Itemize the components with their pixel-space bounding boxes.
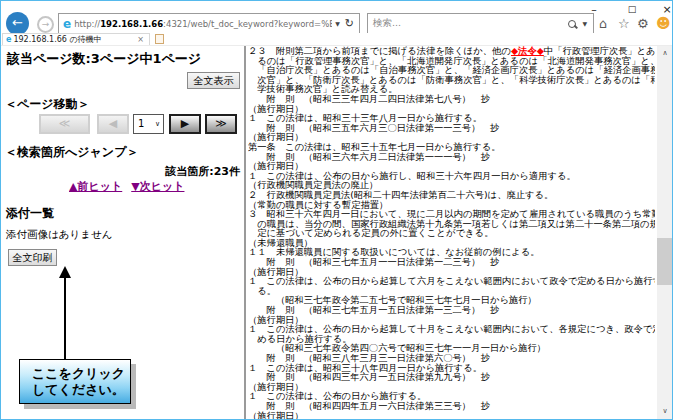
document-line: １ この法律は、公布の日から起算して六月をこえない範囲内において政令で定める日か… [248,276,655,286]
panel-divider [244,46,246,419]
document-text: ２３ 附則第二項から前項までに掲げる法律を除くほか、他の◆法令◆中「行政管理庁次… [248,46,655,419]
url-text: http://192.168.1.66:4321/web/t_doc_keywo… [74,19,332,29]
refresh-icon[interactable]: ↻ [343,17,359,30]
back-button[interactable]: ← [6,12,29,35]
first-page-button[interactable]: ≪ [39,114,90,134]
search-dropdown-icon[interactable]: ▼ [582,20,587,27]
gear-icon[interactable]: ⚙ [637,16,649,31]
browser-tab[interactable]: e 192.168.1.66 の待機中 × [2,33,150,45]
scroll-up-icon[interactable]: ∧ [657,46,672,61]
browser-window: – □ × ← → e http://192.168.1.66:4321/web… [0,0,673,420]
page-count-label: 該当ページ数:3ページ中1ページ [7,50,201,68]
url-rest: :4321/web/t_doc_keyword?keyword=%E6%B3%9… [163,19,332,29]
attachments-heading: 添付一覧 [6,205,54,222]
next-hit-link[interactable]: ▼次ヒット [131,180,184,193]
tab-close-icon[interactable]: × [137,35,144,44]
document-line: 附 則 （昭和四四年五月一六日法律第三三号） 抄 [248,401,655,411]
url-prefix: http:// [74,19,100,29]
document-line: 附 則 （昭和三七年五月一一日法律第一二三号） 抄 [248,257,655,267]
prev-hit-link[interactable]: ▲前ヒット [69,180,122,193]
last-page-button[interactable]: ≫ [205,114,237,134]
hit-links: ▲前ヒット▼次ヒット [69,179,193,194]
jump-heading: ＜検索箇所へジャンプ＞ [5,144,138,161]
new-tab-button[interactable] [155,34,164,44]
callout-line1: ここをクリック [32,366,130,382]
attachments-empty-label: 添付画像はありません [6,228,112,242]
ie-tab-icon: e [6,35,11,44]
document-line: （施行期日） [248,411,655,419]
callout-arrow-line [64,277,66,359]
document-line: 附 則 （昭和三六年六月二日法律第一一一号） 抄 [248,152,655,162]
document-line: 附 則 （昭和三五年六月三〇日法律第一一三号） 抄 [248,123,655,133]
page-nav-heading: ＜ページ移動＞ [5,96,90,113]
scroll-down-icon[interactable]: ∨ [657,404,672,419]
home-icon[interactable]: ⌂ [599,16,607,31]
document-line: 附 則 （昭和四三年六月一五日法律第九九号） 抄 [248,372,655,382]
browser-search-box[interactable]: 検索... ▼ [367,13,594,34]
chevron-down-icon: ∨ [155,115,160,133]
url-host: 192.168.1.66 [100,19,163,29]
prev-page-button[interactable]: ◀ [97,114,129,134]
document-line: 附 則 （昭和三三年四月二四日法律第七八号） 抄 [248,94,655,104]
page-select-value: 1 [138,118,144,129]
page-content: 該当ページ数:3ページ中1ページ 全文表示 ＜ページ移動＞ ≪ ◀ 1∨ ▶ ≫… [1,45,672,419]
smiley-feedback-icon[interactable]: ☻ [656,15,671,31]
maximize-icon[interactable]: □ [623,2,641,17]
scrollbar-thumb[interactable] [657,238,672,285]
tab-strip: e 192.168.1.66 の待機中 × [1,33,673,45]
page-number-select[interactable]: 1∨ [133,114,164,134]
favorites-star-icon[interactable]: ☆ [618,16,630,31]
url-dropdown-icon[interactable]: ▼ [332,20,343,27]
next-page-button[interactable]: ▶ [169,114,201,134]
search-placeholder: 検索... [368,17,568,30]
forward-button[interactable]: → [37,16,54,33]
show-full-text-button[interactable]: 全文表示 [187,72,240,89]
hit-count-label: 該当箇所:23件 [165,164,240,179]
ie-logo-icon: e [63,17,71,31]
address-bar[interactable]: e http://192.168.1.66:4321/web/t_doc_key… [58,13,360,34]
callout-line2: してください。 [32,382,130,398]
vertical-scrollbar[interactable]: ∧ ∨ [657,46,672,419]
search-icon[interactable] [568,20,576,28]
print-full-text-button[interactable]: 全文印刷 [8,249,57,266]
document-line: 附 則 （昭和三七年五月一五日法律第一三二号） 抄 [248,305,655,315]
tab-title: 192.168.1.66 の待機中 [13,34,132,45]
click-here-callout: ここをクリック してください。 [19,359,131,404]
sidebar: 該当ページ数:3ページ中1ページ 全文表示 ＜ページ移動＞ ≪ ◀ 1∨ ▶ ≫… [1,46,244,419]
